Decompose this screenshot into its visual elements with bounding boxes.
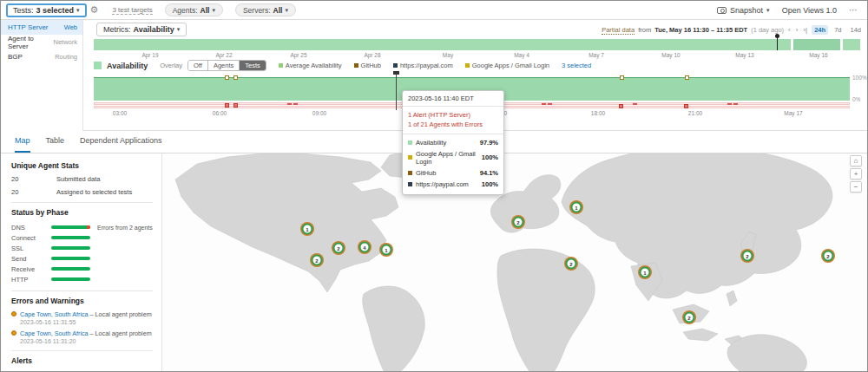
- agent-location-link[interactable]: Cape Town, South Africa: [20, 330, 89, 337]
- agent-marker[interactable]: 2: [823, 251, 834, 262]
- more-menu-icon[interactable]: ⋯: [849, 5, 858, 15]
- alert-tick-icon: [293, 103, 298, 105]
- test-targets-link[interactable]: 3 test targets: [112, 6, 152, 15]
- dip-marker-icon[interactable]: [620, 75, 624, 80]
- timeline-tick: May 13: [735, 52, 753, 58]
- metrics-dropdown[interactable]: Metrics: Availability ▾: [96, 23, 187, 36]
- agent-marker[interactable]: 4: [359, 242, 371, 253]
- latest-icon[interactable]: ›|: [802, 26, 808, 34]
- phase-status-bar[interactable]: [51, 236, 90, 239]
- error-marker-icon[interactable]: [684, 104, 688, 108]
- error-marker-icon[interactable]: [225, 103, 229, 108]
- time-range-value: Tue, May 16 11:30 – 11:35 EDT: [654, 26, 747, 34]
- divider: [11, 202, 153, 203]
- error-marker-icon[interactable]: [233, 103, 238, 108]
- sidebar-item-http-server[interactable]: HTTP Server Web: [1, 20, 82, 35]
- phase-status-bar[interactable]: [51, 246, 90, 250]
- divider: [11, 350, 153, 351]
- phase-status-bar[interactable]: [51, 225, 90, 229]
- agent-marker[interactable]: 1: [381, 245, 392, 256]
- agent-marker[interactable]: 2: [333, 243, 345, 254]
- agent-marker[interactable]: 2: [513, 217, 524, 228]
- gear-icon[interactable]: ⚙: [90, 4, 99, 16]
- error-marker-icon[interactable]: [619, 104, 623, 108]
- overlay-agents-button[interactable]: Agents: [208, 61, 240, 70]
- unique-agent-stats-title: Unique Agent Stats: [11, 161, 153, 170]
- phase-label: Send: [11, 255, 51, 263]
- overlay-off-button[interactable]: Off: [188, 61, 208, 70]
- range-14d-button[interactable]: 14d: [847, 25, 864, 35]
- availability-swatch: [94, 62, 102, 69]
- warning-dot-icon: [11, 330, 16, 336]
- map-home-button[interactable]: ⌂: [850, 155, 862, 166]
- x-axis-tick: 03:00: [113, 110, 127, 116]
- timeline-brush[interactable]: [94, 39, 860, 50]
- alert-tick-icon: [542, 103, 546, 105]
- overlay-toggle: Off Agents Tests: [187, 60, 266, 71]
- alert-tick-icon: [633, 103, 637, 105]
- top-toolbar: Tests: 3 selected ▾ ⚙ 3 test targets Age…: [1, 1, 867, 20]
- dip-marker-icon[interactable]: [685, 75, 689, 80]
- tab-dependent-applications[interactable]: Dependent Applications: [80, 136, 162, 153]
- tests-label: Tests:: [13, 6, 34, 15]
- prev-icon[interactable]: ‹: [787, 26, 792, 34]
- x-axis-tick: 18:00: [591, 110, 605, 116]
- phase-label: Connect: [11, 234, 51, 242]
- brush-handle[interactable]: [840, 39, 843, 50]
- world-map[interactable]: 1 2 2 4 1 2 1 2 1 2 2 2 ⌂ + −: [162, 153, 868, 372]
- sidebar-item-agent-to-server[interactable]: Agent to Server Network: [1, 35, 82, 49]
- agent-marker[interactable]: 2: [312, 255, 323, 266]
- chevron-down-icon: ▾: [177, 26, 181, 33]
- phase-status-bar[interactable]: [51, 277, 90, 281]
- timeline-tick: Apr 28: [364, 52, 380, 58]
- selected-time-line[interactable]: [396, 74, 397, 110]
- tests-value: 3 selected: [36, 6, 75, 15]
- brush-handle[interactable]: [791, 39, 793, 50]
- github-swatch: [354, 63, 358, 68]
- agent-marker[interactable]: 2: [566, 258, 577, 270]
- agent-location-link[interactable]: Cape Town, South Africa: [20, 310, 89, 318]
- phase-status-bar[interactable]: [51, 257, 90, 260]
- metrics-label: Metrics:: [103, 25, 131, 34]
- range-7d-button[interactable]: 7d: [832, 25, 844, 35]
- tooltip-row-label: Google Apps / Gmail Login: [416, 150, 478, 166]
- tab-map[interactable]: Map: [15, 136, 30, 153]
- phase-row-http: HTTP: [11, 274, 153, 284]
- phase-label: SSL: [11, 245, 51, 252]
- servers-filter[interactable]: Servers: All ▾: [235, 3, 296, 16]
- next-icon[interactable]: ›: [795, 26, 799, 34]
- open-views-link[interactable]: Open Views 1.0: [782, 6, 837, 15]
- timeline-tick: May 16: [809, 52, 827, 58]
- snapshot-button[interactable]: Snapshot ▾: [717, 6, 770, 15]
- tooltip-row-value: 97.9%: [480, 139, 498, 147]
- dip-marker-icon[interactable]: [225, 75, 229, 80]
- agent-marker[interactable]: 1: [640, 267, 651, 278]
- test-type: Routing: [55, 53, 77, 61]
- sidebar-item-bgp[interactable]: BGP Routing: [1, 49, 82, 64]
- time-range-toolbar: Partial data from Tue, May 16 11:30 – 11…: [602, 25, 864, 35]
- stat-value: 20: [11, 175, 56, 183]
- map-zoom-in-button[interactable]: +: [850, 168, 862, 179]
- tab-table[interactable]: Table: [46, 136, 65, 153]
- agent-marker[interactable]: 1: [571, 202, 582, 213]
- chevron-down-icon: ▾: [212, 7, 215, 14]
- overlay-label: Overlay: [160, 62, 182, 69]
- agents-filter[interactable]: Agents: All ▾: [165, 3, 223, 16]
- alert-tick-icon: [287, 103, 292, 105]
- dip-marker-icon[interactable]: [233, 75, 238, 80]
- errors-and-warnings-title: Errors and Warnings: [11, 297, 153, 305]
- phase-status-bar[interactable]: [51, 267, 90, 271]
- tests-selector[interactable]: Tests: 3 selected ▾: [6, 3, 87, 17]
- overlay-tests-button[interactable]: Tests: [240, 61, 266, 70]
- range-24h-button[interactable]: 24h: [812, 25, 828, 35]
- y-axis-max-label: 100%: [852, 75, 867, 81]
- agent-marker[interactable]: 2: [742, 251, 753, 262]
- brush-selection[interactable]: [793, 39, 840, 50]
- tests-selected-link[interactable]: 3 selected: [562, 62, 591, 69]
- agent-marker[interactable]: 1: [302, 224, 313, 235]
- partial-data-link[interactable]: Partial data: [602, 26, 635, 35]
- map-zoom-out-button[interactable]: −: [850, 181, 862, 193]
- agent-marker[interactable]: 2: [684, 312, 695, 323]
- map-controls: ⌂ + −: [850, 155, 862, 193]
- phase-row-connect: Connect: [11, 232, 153, 243]
